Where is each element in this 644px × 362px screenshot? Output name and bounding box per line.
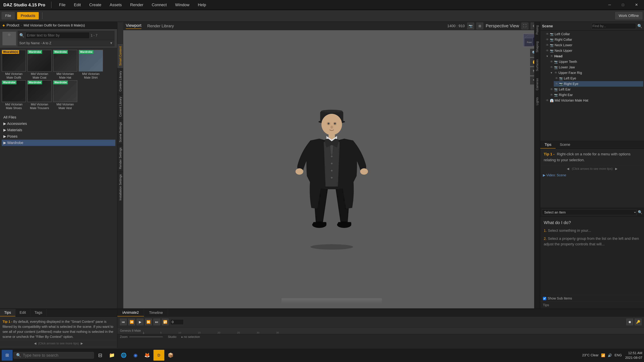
- go-end-button[interactable]: ⏭: [154, 319, 160, 325]
- menu-edit[interactable]: Edit: [72, 2, 82, 8]
- list-item[interactable]: Wardrobe Mid Victorian Male Vest: [53, 80, 77, 110]
- ianimate-tab[interactable]: iAnimate2: [118, 309, 144, 317]
- tree-row[interactable]: 👁 📷 Left Ear: [549, 87, 643, 92]
- expand-icon[interactable]: ▼: [546, 55, 549, 58]
- tree-row[interactable]: 👁 📷 Right Eye: [554, 81, 643, 87]
- viewport-tab[interactable]: Viewport: [126, 23, 142, 29]
- daz-app-button[interactable]: D: [154, 350, 164, 361]
- cameras-tab[interactable]: Cameras: [534, 75, 540, 94]
- tips-tab[interactable]: Tips: [540, 141, 556, 148]
- menu-window[interactable]: Window: [174, 2, 191, 8]
- surfaces-tab[interactable]: Surfaces: [534, 56, 540, 75]
- work-offline-button[interactable]: Work Offline: [615, 12, 642, 19]
- render-library-tab[interactable]: Render Library: [144, 23, 177, 29]
- tree-row[interactable]: 👁 📷 Lower Jaw: [549, 64, 643, 70]
- next-tip-icon[interactable]: ▶: [81, 342, 83, 345]
- go-start-button[interactable]: ⏮: [120, 319, 126, 325]
- poses-item[interactable]: ▶ Poses: [2, 133, 116, 140]
- chrome-button[interactable]: ◉: [130, 350, 141, 361]
- visibility-icon[interactable]: 👁: [546, 38, 549, 41]
- sub-items-checkbox[interactable]: [543, 297, 546, 300]
- products-button[interactable]: Products: [17, 12, 39, 19]
- prev-tip-button[interactable]: ◀: [567, 167, 569, 171]
- menu-assets[interactable]: Assets: [108, 2, 124, 8]
- expand-icon[interactable]: ▼: [550, 71, 554, 74]
- list-item[interactable]: Wardrobe Mid Victorian Male Hat: [53, 50, 77, 79]
- tags-bottom-tab[interactable]: Tags: [30, 309, 46, 317]
- prev-tip-icon[interactable]: ◀: [34, 342, 36, 345]
- taskbar-search-input[interactable]: [23, 353, 86, 358]
- visibility-icon[interactable]: 👁: [550, 65, 553, 69]
- lights-tab[interactable]: Lights: [534, 94, 540, 109]
- close-button[interactable]: ✕: [632, 1, 641, 8]
- tree-row[interactable]: ▼ 👁 Head: [544, 53, 643, 59]
- content-library-tab[interactable]: Content Library: [118, 68, 123, 94]
- render-settings-tab[interactable]: Render Settings: [118, 145, 123, 172]
- accessories-item[interactable]: ▶ Accessories: [2, 120, 116, 127]
- minimize-button[interactable]: ─: [606, 1, 614, 8]
- visibility-icon[interactable]: 👁: [546, 49, 549, 52]
- menu-create[interactable]: Create: [88, 2, 103, 8]
- menu-file[interactable]: File: [57, 2, 67, 8]
- posing-tab[interactable]: Posing: [534, 22, 540, 38]
- record-button[interactable]: ⏺: [626, 319, 633, 325]
- frame-input[interactable]: [170, 319, 184, 325]
- visibility-icon[interactable]: 👁: [550, 60, 553, 63]
- next-frame-button[interactable]: ⏩: [145, 319, 152, 325]
- visibility-icon[interactable]: 👁: [546, 43, 549, 47]
- file-button[interactable]: File: [2, 12, 14, 19]
- menu-render[interactable]: Render: [128, 2, 145, 8]
- visibility-icon[interactable]: 👁: [550, 54, 553, 58]
- tree-row[interactable]: 👁 📷 Left Collar: [544, 31, 643, 37]
- prev-frame-button[interactable]: ⏪: [128, 319, 135, 325]
- firefox-button[interactable]: 🦊: [142, 350, 152, 361]
- expand-icon[interactable]: ⛶: [522, 23, 528, 29]
- search-input[interactable]: [26, 32, 90, 39]
- visibility-icon[interactable]: 👁: [546, 99, 549, 102]
- edit-bottom-tab[interactable]: Edit: [16, 309, 30, 317]
- scene-search-btn[interactable]: 🔍: [638, 210, 642, 215]
- all-files-item[interactable]: All Files: [2, 114, 116, 120]
- keyframe-button[interactable]: 🔑: [635, 319, 642, 325]
- play-button[interactable]: ▶: [137, 319, 144, 325]
- shaping-tab[interactable]: Shaping: [534, 38, 540, 56]
- list-item[interactable]: Wardrobe Mid Victorian Male Trousers: [27, 80, 52, 110]
- tree-row[interactable]: 👁 📷 Upper Teeth: [549, 59, 643, 64]
- video-scene-link[interactable]: ▶ Video: Scene: [540, 172, 644, 178]
- scene-settings-tab[interactable]: Scene Settings: [118, 119, 123, 145]
- file-explorer-button[interactable]: 📁: [106, 350, 118, 361]
- browser-button[interactable]: 🌐: [118, 350, 129, 361]
- visibility-icon[interactable]: 👁: [550, 88, 553, 91]
- zoom-slider[interactable]: [129, 336, 163, 337]
- list-item[interactable]: Wardrobe Mid Victorian Male Shoes: [2, 80, 26, 110]
- menu-help[interactable]: Help: [196, 2, 208, 8]
- visibility-icon[interactable]: 👁: [550, 93, 553, 97]
- scene-tab[interactable]: Scene: [556, 141, 574, 148]
- viewport-canvas[interactable]: Front 🔍 ✋ ↻ ↖: [123, 30, 540, 308]
- visibility-icon[interactable]: 👁: [554, 71, 558, 75]
- visibility-icon[interactable]: 👁: [555, 82, 558, 86]
- loop-button[interactable]: 🔁: [162, 319, 168, 325]
- start-button[interactable]: ⊞: [2, 350, 12, 361]
- camera-icon[interactable]: 📷: [467, 23, 474, 29]
- wardrobe-item[interactable]: ▶ Wardrobe: [2, 140, 116, 146]
- taskbar-search-box[interactable]: 🔍: [14, 352, 94, 359]
- scene-search-input[interactable]: [592, 23, 636, 29]
- timeline-tab[interactable]: Timeline: [144, 309, 168, 316]
- tips-bottom-tab[interactable]: Tips: [0, 309, 16, 317]
- tree-row[interactable]: 👁 📷 Neck Upper: [544, 48, 643, 53]
- maximize-button[interactable]: □: [619, 1, 627, 8]
- task-view-button[interactable]: ⊟: [95, 350, 106, 361]
- list-item[interactable]: Wardrobe Mid Victorian Male Shirt: [79, 50, 103, 79]
- tree-row[interactable]: 👁 📷 Left Eye: [554, 76, 643, 81]
- list-item[interactable]: Wearable(s) Mid Victorian Male Outfit: [2, 50, 26, 79]
- tree-row[interactable]: 👁 👔 Mid Victorian Male Hat: [544, 98, 643, 103]
- current-library-tab[interactable]: Current Library: [118, 94, 123, 119]
- smart-content-tab[interactable]: Smart Content: [118, 43, 123, 68]
- menu-connect[interactable]: Connect: [150, 2, 168, 8]
- scene-item-select[interactable]: Select an Item: [542, 210, 636, 215]
- tree-row[interactable]: 👁 📷 Right Ear: [549, 92, 643, 98]
- next-tip-button[interactable]: ▶: [615, 167, 618, 171]
- tree-row[interactable]: ▼ 👁 Upper Face Rig: [549, 70, 643, 76]
- system-clock[interactable]: 12:51 AM 2021-08-07: [625, 351, 642, 360]
